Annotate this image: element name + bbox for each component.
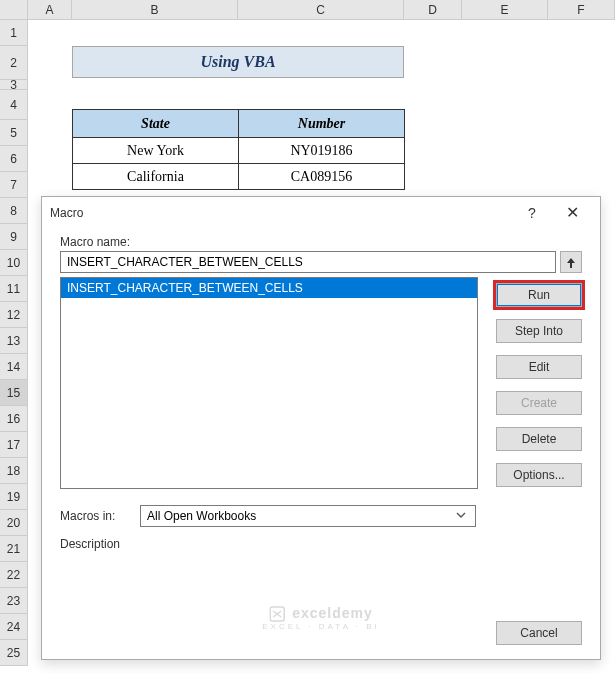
table-row[interactable]: New York NY019186	[73, 138, 405, 164]
cell-number[interactable]: NY019186	[239, 138, 405, 164]
row-header[interactable]: 19	[0, 484, 28, 510]
row-header[interactable]: 20	[0, 510, 28, 536]
row-header[interactable]: 9	[0, 224, 28, 250]
col-header-c[interactable]: C	[238, 0, 404, 19]
macro-name-label: Macro name:	[60, 235, 582, 249]
row-header[interactable]: 8	[0, 198, 28, 224]
table-row[interactable]: California CA089156	[73, 164, 405, 190]
row-headers: 1 2 3 4 5 6 7 8 9 10 11 12 13 14 15 16 1…	[0, 20, 28, 666]
chevron-down-icon	[453, 509, 469, 523]
goto-button[interactable]	[560, 251, 582, 273]
row-header[interactable]: 14	[0, 354, 28, 380]
dialog-title: Macro	[50, 206, 512, 220]
row-header[interactable]: 25	[0, 640, 28, 666]
col-header-e[interactable]: E	[462, 0, 548, 19]
row-header[interactable]: 6	[0, 146, 28, 172]
cancel-button[interactable]: Cancel	[496, 621, 582, 645]
create-button: Create	[496, 391, 582, 415]
cell-number[interactable]: CA089156	[239, 164, 405, 190]
step-into-button[interactable]: Step Into	[496, 319, 582, 343]
header-state[interactable]: State	[73, 110, 239, 138]
row-header[interactable]: 17	[0, 432, 28, 458]
description-label: Description	[60, 537, 582, 551]
help-button[interactable]: ?	[512, 199, 552, 227]
delete-button[interactable]: Delete	[496, 427, 582, 451]
col-header-b[interactable]: B	[72, 0, 238, 19]
macro-dialog: Macro ? ✕ Macro name: INSERT_CHARACTER_B…	[41, 196, 601, 660]
select-all-corner[interactable]	[0, 0, 28, 19]
cell-state[interactable]: California	[73, 164, 239, 190]
row-header[interactable]: 2	[0, 46, 28, 80]
col-header-a[interactable]: A	[28, 0, 72, 19]
row-header[interactable]: 10	[0, 250, 28, 276]
row-header[interactable]: 12	[0, 302, 28, 328]
combo-value: All Open Workbooks	[147, 509, 256, 523]
row-header[interactable]: 4	[0, 90, 28, 120]
row-header[interactable]: 11	[0, 276, 28, 302]
run-button[interactable]: Run	[496, 283, 582, 307]
dialog-titlebar[interactable]: Macro ? ✕	[42, 197, 600, 229]
svg-rect-0	[270, 607, 284, 621]
close-button[interactable]: ✕	[552, 199, 592, 227]
row-header[interactable]: 24	[0, 614, 28, 640]
row-header[interactable]: 18	[0, 458, 28, 484]
col-header-f[interactable]: F	[548, 0, 615, 19]
col-header-d[interactable]: D	[404, 0, 462, 19]
watermark: exceldemy EXCEL · DATA · BI	[262, 605, 380, 631]
row-header[interactable]: 21	[0, 536, 28, 562]
row-header[interactable]: 23	[0, 588, 28, 614]
cell-state[interactable]: New York	[73, 138, 239, 164]
row-header[interactable]: 13	[0, 328, 28, 354]
column-headers: A B C D E F	[0, 0, 615, 20]
row-header[interactable]: 3	[0, 80, 28, 90]
data-table: State Number New York NY019186 Californi…	[72, 109, 405, 190]
macro-list[interactable]: INSERT_CHARACTER_BETWEEN_CELLS	[60, 277, 478, 489]
title-cell[interactable]: Using VBA	[72, 46, 404, 78]
macro-list-item[interactable]: INSERT_CHARACTER_BETWEEN_CELLS	[61, 278, 477, 298]
row-header[interactable]: 1	[0, 20, 28, 46]
edit-button[interactable]: Edit	[496, 355, 582, 379]
row-header[interactable]: 5	[0, 120, 28, 146]
row-header-selected[interactable]: 15	[0, 380, 28, 406]
macros-in-combo[interactable]: All Open Workbooks	[140, 505, 476, 527]
options-button[interactable]: Options...	[496, 463, 582, 487]
row-header[interactable]: 16	[0, 406, 28, 432]
macro-name-input[interactable]	[60, 251, 556, 273]
header-number[interactable]: Number	[239, 110, 405, 138]
arrow-up-icon	[565, 255, 577, 269]
row-header[interactable]: 7	[0, 172, 28, 198]
macros-in-label: Macros in:	[60, 509, 130, 523]
row-header[interactable]: 22	[0, 562, 28, 588]
